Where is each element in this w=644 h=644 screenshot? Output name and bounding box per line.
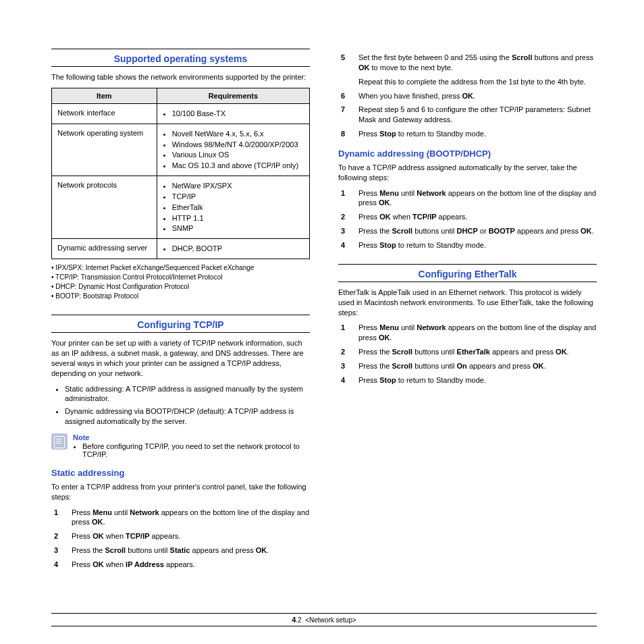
dynamic-steps: 1Press Menu until Network appears on the… [338, 188, 597, 250]
heading-supported-os: Supported operating systems [51, 49, 310, 67]
step: 2Press OK when TCP/IP appears. [338, 212, 597, 222]
req-item: Various Linux OS [172, 150, 304, 160]
list-item: Static addressing: A TCP/IP address is a… [65, 384, 310, 404]
list-item: Dynamic addressing via BOOTP/DHCP (defau… [65, 406, 310, 427]
req-item: Novell NetWare 4.x, 5.x, 6.x [172, 129, 304, 139]
step: 1Press Menu until Network appears on the… [338, 323, 597, 343]
th-requirements: Requirements [157, 88, 309, 103]
note-title: Note [73, 433, 89, 441]
footnote: • DHCP: Dynamic Host Configuration Proto… [51, 282, 310, 292]
cell-item: Network protocols [52, 176, 157, 239]
step: 4Press OK when IP Address appears. [51, 560, 310, 570]
heading-dynamic-addressing: Dynamic addressing (BOOTP/DHCP) [338, 149, 597, 159]
step: 4Press Stop to return to Standby mode. [338, 375, 597, 385]
table-row: Network protocols NetWare IPX/SPX TCP/IP… [52, 176, 310, 239]
step: 3Press the Scroll buttons until On appea… [338, 361, 597, 371]
step: 4Press Stop to return to Standby mode. [338, 240, 597, 250]
cell-req: 10/100 Base-TX [157, 103, 309, 124]
footer-label: <Network setup> [305, 616, 356, 624]
note-text: Note Before configuring TCP/IP, you need… [73, 433, 310, 458]
cell-item: Dynamic addressing server [52, 239, 157, 259]
table-row: Network operating system Novell NetWare … [52, 124, 310, 176]
table-row: Network interface 10/100 Base-TX [52, 103, 310, 124]
intro-tcpip: Your printer can be set up with a variet… [51, 338, 310, 378]
req-item: NetWare IPX/SPX [172, 181, 304, 191]
intro-static: To enter a TCP/IP address from your prin… [51, 482, 310, 502]
step: 2Press the Scroll buttons until EtherTal… [338, 347, 597, 357]
step: 7Repeat step 5 and 6 to configure the ot… [338, 105, 597, 125]
step: 3Press the Scroll buttons until DHCP or … [338, 226, 597, 236]
req-item: 10/100 Base-TX [172, 109, 304, 119]
note-icon [51, 433, 68, 450]
page-footer: 4.2 <Network setup> [51, 613, 597, 626]
step: 3Press the Scroll buttons until Static a… [51, 545, 310, 556]
cell-item: Network operating system [52, 124, 157, 176]
heading-static-addressing: Static addressing [51, 468, 310, 478]
footnote: • BOOTP: Bootstrap Protocol [51, 292, 310, 301]
req-item: Windows 98/Me/NT 4.0/2000/XP/2003 [172, 140, 304, 150]
note-body: Before configuring TCP/IP, you need to s… [82, 442, 310, 458]
page-root: Supported operating systems The followin… [0, 0, 644, 644]
step: 6When you have finished, press OK. [338, 91, 597, 101]
cell-req: NetWare IPX/SPX TCP/IP EtherTalk HTTP 1.… [157, 176, 309, 239]
req-item: HTTP 1.1 [172, 213, 304, 223]
req-item: DHCP, BOOTP [172, 244, 304, 254]
heading-configuring-ethertalk: Configuring EtherTalk [338, 264, 597, 282]
req-item: EtherTalk [172, 203, 304, 213]
static-steps: 1Press Menu until Network appears on the… [51, 508, 310, 570]
cell-item: Network interface [52, 103, 157, 124]
th-item: Item [52, 88, 157, 103]
intro-supported-os: The following table shows the network en… [51, 72, 310, 82]
step: 1Press Menu until Network appears on the… [51, 508, 310, 528]
requirements-table: Item Requirements Network interface 10/1… [51, 88, 310, 259]
req-item: SNMP [172, 223, 304, 234]
static-steps-cont: 5Set the first byte between 0 and 255 us… [338, 53, 597, 139]
tcpip-options-list: Static addressing: A TCP/IP address is a… [51, 384, 310, 427]
table-header-row: Item Requirements [52, 88, 310, 103]
right-column: 5Set the first byte between 0 and 255 us… [338, 49, 597, 574]
step: 8Press Stop to return to Standby mode. [338, 129, 597, 139]
left-column: Supported operating systems The followin… [51, 49, 310, 574]
req-item: TCP/IP [172, 192, 304, 202]
ethertalk-steps: 1Press Menu until Network appears on the… [338, 323, 597, 385]
cell-req: DHCP, BOOTP [157, 239, 309, 259]
intro-dynamic: To have a TCP/IP address assigned automa… [338, 163, 597, 183]
step: 5Set the first byte between 0 and 255 us… [338, 53, 597, 87]
req-item: Mac OS 10.3 and above (TCP/IP only) [172, 161, 304, 171]
intro-ethertalk: EtherTalk is AppleTalk used in an Ethern… [338, 288, 597, 318]
cell-req: Novell NetWare 4.x, 5.x, 6.x Windows 98/… [157, 124, 309, 176]
column-container: Supported operating systems The followin… [51, 49, 597, 574]
step: 1Press Menu until Network appears on the… [338, 188, 597, 209]
footer-page: .2 [296, 616, 301, 624]
step: 2Press OK when TCP/IP appears. [51, 531, 310, 541]
footnote: • TCP/IP: Transmission Control Protocol/… [51, 273, 310, 282]
protocol-footnotes: • IPX/SPX: Internet Packet eXchange/Sequ… [51, 263, 310, 301]
footnote: • IPX/SPX: Internet Packet eXchange/Sequ… [51, 263, 310, 273]
heading-configuring-tcpip: Configuring TCP/IP [51, 315, 310, 333]
table-row: Dynamic addressing server DHCP, BOOTP [52, 239, 310, 259]
note-box: Note Before configuring TCP/IP, you need… [51, 433, 310, 458]
